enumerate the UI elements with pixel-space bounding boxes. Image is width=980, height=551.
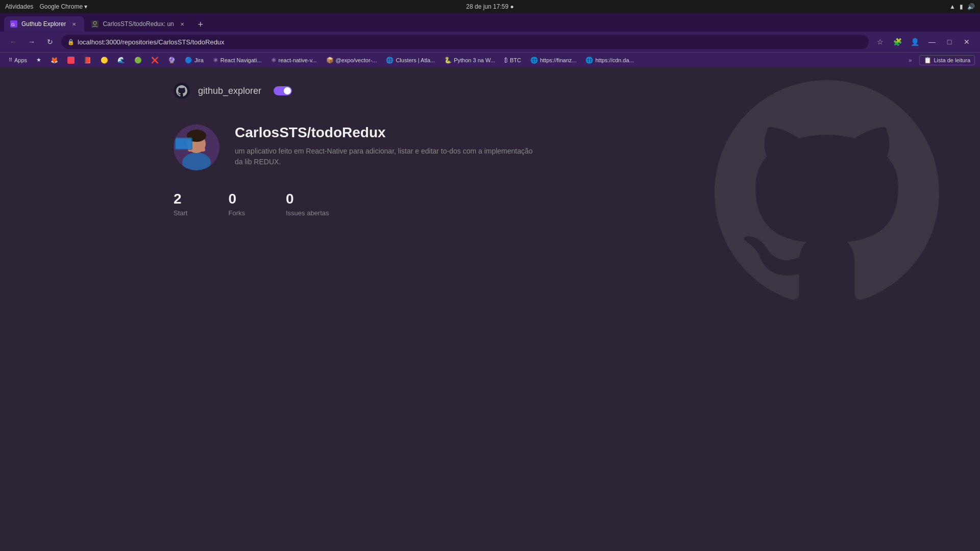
bookmark-react-nav[interactable]: ⚛ React Navigati... xyxy=(209,55,265,65)
bookmark-apps[interactable]: ⠿ Apps xyxy=(5,56,31,65)
address-bar[interactable]: 🔒 localhost:3000/repositories/CarlosSTS/… xyxy=(61,35,869,49)
bookmark-3-icon: 📕 xyxy=(84,57,91,64)
bookmark-python[interactable]: 🐍 Python 3 na W... xyxy=(440,55,499,65)
svg-text:G: G xyxy=(11,22,15,27)
bookmark-4[interactable]: 🟡 xyxy=(97,55,112,65)
bookmark-star[interactable]: ★ xyxy=(33,55,45,65)
expo-icon: 📦 xyxy=(326,57,334,64)
minimize-button[interactable]: — xyxy=(925,35,939,49)
tab-todoreduux[interactable]: CarlosSTS/todoRedux: un ✕ xyxy=(85,16,192,32)
bookmark-8[interactable]: 🔮 xyxy=(164,55,179,65)
bookmark-pocket[interactable] xyxy=(64,55,78,65)
close-button[interactable]: ✕ xyxy=(960,35,974,49)
bookmark-react-native[interactable]: ⚛ react-native-v... xyxy=(267,55,321,65)
finanz-icon: 🌐 xyxy=(530,57,538,64)
clusters-icon: 🌐 xyxy=(386,57,394,64)
bookmark-react-nav-label: React Navigati... xyxy=(220,57,262,63)
os-top-bar: Atividades Google Chrome ▾ 28 de jun 17:… xyxy=(0,0,980,13)
reading-list-button[interactable]: 📋 Lista de leitura xyxy=(919,55,975,65)
profile-button[interactable]: 👤 xyxy=(908,35,922,49)
stat-stars: 2 Start xyxy=(174,191,187,217)
github-watermark xyxy=(715,78,939,302)
bookmarks-more-button[interactable]: » xyxy=(905,56,915,65)
battery-icon: ▮ xyxy=(960,3,963,10)
bookmark-5[interactable]: 🌊 xyxy=(114,55,129,65)
browser-chrome: G Guthub Explorer ✕ CarlosSTS/todoRedux:… xyxy=(0,13,980,67)
issues-label: Issues abertas xyxy=(286,209,329,217)
bookmark-btc[interactable]: ₿ BTC xyxy=(501,55,525,65)
firefox-icon: 🦊 xyxy=(51,57,58,64)
bookmark-4-icon: 🟡 xyxy=(101,57,108,64)
bookmark-cdn[interactable]: 🌐 https://cdn.da... xyxy=(582,55,637,65)
react-nav-icon: ⚛ xyxy=(213,57,218,64)
avatar-image xyxy=(174,124,219,170)
tab-title-2: CarlosSTS/todoRedux: un xyxy=(103,20,174,28)
bookmark-finanz-label: https://finanz... xyxy=(540,57,577,63)
tab-bar: G Guthub Explorer ✕ CarlosSTS/todoRedux:… xyxy=(0,13,980,32)
bookmarks-bar: ⠿ Apps ★ 🦊 📕 🟡 🌊 🟢 ❌ 🔮 🔵 xyxy=(0,52,980,67)
browser-name-label: Google Chrome ▾ xyxy=(39,3,87,10)
sound-icon: 🔊 xyxy=(967,3,975,10)
tab-favicon-2 xyxy=(91,20,99,28)
activities-label[interactable]: Atividades xyxy=(5,3,33,10)
tab-guthub-explorer[interactable]: G Guthub Explorer ✕ xyxy=(4,16,84,32)
svg-rect-10 xyxy=(176,138,191,149)
issues-count: 0 xyxy=(286,191,329,207)
btc-icon: ₿ xyxy=(504,57,508,64)
bookmark-jira-label: Jira xyxy=(194,57,204,63)
new-tab-button[interactable]: + xyxy=(193,17,208,32)
stars-label: Start xyxy=(174,209,187,217)
repo-description: um aplicativo feito em React-Native para… xyxy=(235,146,541,167)
app-name-label: github_explorer xyxy=(198,86,261,96)
address-text: localhost:3000/repositories/CarlosSTS/to… xyxy=(78,38,225,46)
bookmark-6[interactable]: 🟢 xyxy=(131,55,145,65)
stat-forks: 0 Forks xyxy=(228,191,245,217)
more-icon: » xyxy=(909,57,912,63)
reading-list-icon: 📋 xyxy=(924,57,932,64)
python-icon: 🐍 xyxy=(444,57,452,64)
maximize-button[interactable]: □ xyxy=(942,35,957,49)
stars-count: 2 xyxy=(174,191,187,207)
extensions-button[interactable]: 🧩 xyxy=(890,35,904,49)
react-native-icon: ⚛ xyxy=(271,57,277,64)
reload-button[interactable]: ↻ xyxy=(43,35,57,49)
jira-icon: 🔵 xyxy=(185,57,192,64)
bookmark-python-label: Python 3 na W... xyxy=(454,57,495,63)
bookmark-star-button[interactable]: ☆ xyxy=(873,35,887,49)
stat-issues: 0 Issues abertas xyxy=(286,191,329,217)
apps-grid-icon: ⠿ xyxy=(9,57,12,63)
star-icon: ★ xyxy=(36,57,41,63)
reading-list-label: Lista de leitura xyxy=(934,57,970,63)
forks-label: Forks xyxy=(228,209,245,217)
dot-indicator: ● xyxy=(510,3,513,10)
bookmark-expo[interactable]: 📦 @expo/vector-... xyxy=(323,55,381,65)
wifi-icon: ▲ xyxy=(949,3,955,10)
bookmark-finanz[interactable]: 🌐 https://finanz... xyxy=(527,55,580,65)
bookmark-8-icon: 🔮 xyxy=(168,57,176,64)
forward-button[interactable]: → xyxy=(24,35,39,49)
main-content: github_explorer xyxy=(0,67,980,551)
repo-owner-avatar xyxy=(174,124,219,170)
theme-toggle[interactable] xyxy=(274,86,292,95)
pocket-icon xyxy=(67,57,75,64)
bookmark-expo-label: @expo/vector-... xyxy=(336,57,377,63)
bookmark-clusters-label: Clusters | Atla... xyxy=(396,57,435,63)
forks-count: 0 xyxy=(228,191,245,207)
bookmark-clusters[interactable]: 🌐 Clusters | Atla... xyxy=(382,55,438,65)
back-button[interactable]: ← xyxy=(6,35,20,49)
tab-close-2[interactable]: ✕ xyxy=(178,20,186,28)
bookmark-6-icon: 🟢 xyxy=(134,57,142,64)
bookmark-7[interactable]: ❌ xyxy=(148,55,162,65)
datetime-label: 28 de jun 17:59 xyxy=(466,3,508,10)
nav-bar: ← → ↻ 🔒 localhost:3000/repositories/Carl… xyxy=(0,32,980,52)
bookmark-3[interactable]: 📕 xyxy=(80,55,95,65)
bookmark-apps-label: Apps xyxy=(14,57,27,63)
bookmark-5-icon: 🌊 xyxy=(117,57,125,64)
tab-close-1[interactable]: ✕ xyxy=(70,20,78,28)
tab-favicon-1: G xyxy=(10,20,17,28)
bookmark-cdn-label: https://cdn.da... xyxy=(595,57,633,63)
tab-title-1: Guthub Explorer xyxy=(21,20,66,28)
bookmark-jira[interactable]: 🔵 Jira xyxy=(181,55,207,65)
bookmark-firefox[interactable]: 🦊 xyxy=(47,55,62,65)
bookmark-7-icon: ❌ xyxy=(151,57,159,64)
